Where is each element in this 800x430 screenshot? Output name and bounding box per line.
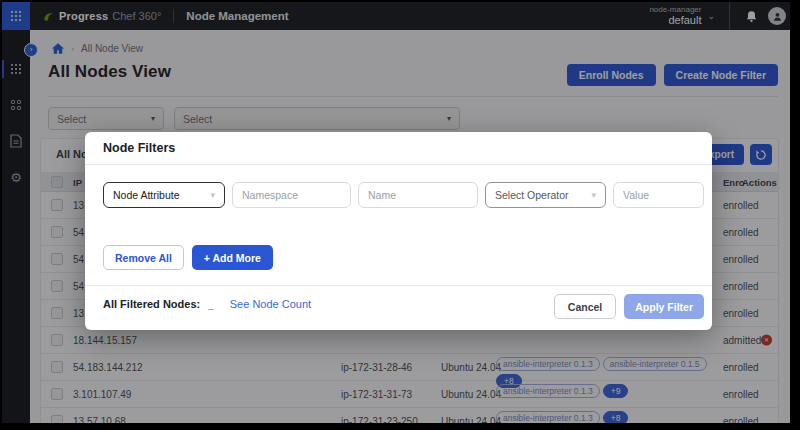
window-frame: Progress Chef 360° Node Management node-… bbox=[0, 0, 800, 430]
value-input[interactable] bbox=[613, 182, 704, 208]
modal-divider bbox=[85, 285, 712, 286]
node-attribute-value: Node Attribute bbox=[113, 189, 180, 201]
node-attribute-select[interactable]: Node Attribute ▾ bbox=[103, 182, 225, 208]
screen: Progress Chef 360° Node Management node-… bbox=[2, 2, 790, 423]
chevron-down-icon: ▾ bbox=[591, 190, 596, 200]
filter-fields-row: Node Attribute ▾ Select Operator ▾ bbox=[103, 182, 704, 208]
namespace-input[interactable] bbox=[232, 182, 351, 208]
apply-filter-button[interactable]: Apply Filter bbox=[624, 294, 704, 319]
modal-footer-left: All Filtered Nodes: _ See Node Count bbox=[103, 298, 311, 310]
see-node-count-link[interactable]: See Node Count bbox=[230, 298, 311, 310]
chevron-down-icon: ▾ bbox=[210, 190, 215, 200]
modal-divider bbox=[85, 164, 712, 165]
modal-title: Node Filters bbox=[103, 141, 175, 155]
modal-footer-actions: Cancel Apply Filter bbox=[554, 294, 704, 319]
cancel-button[interactable]: Cancel bbox=[554, 294, 616, 319]
add-more-button[interactable]: + Add More bbox=[192, 245, 273, 270]
operator-select[interactable]: Select Operator ▾ bbox=[485, 182, 606, 208]
operator-value: Select Operator bbox=[495, 189, 569, 201]
remove-all-button[interactable]: Remove All bbox=[103, 245, 184, 270]
filtered-nodes-label: All Filtered Nodes: bbox=[103, 298, 200, 310]
node-filters-modal: Node Filters Node Attribute ▾ Select Ope… bbox=[85, 132, 712, 330]
node-count-placeholder: _ bbox=[208, 299, 214, 310]
name-input[interactable] bbox=[358, 182, 478, 208]
modal-filter-buttons: Remove All + Add More bbox=[103, 245, 273, 270]
